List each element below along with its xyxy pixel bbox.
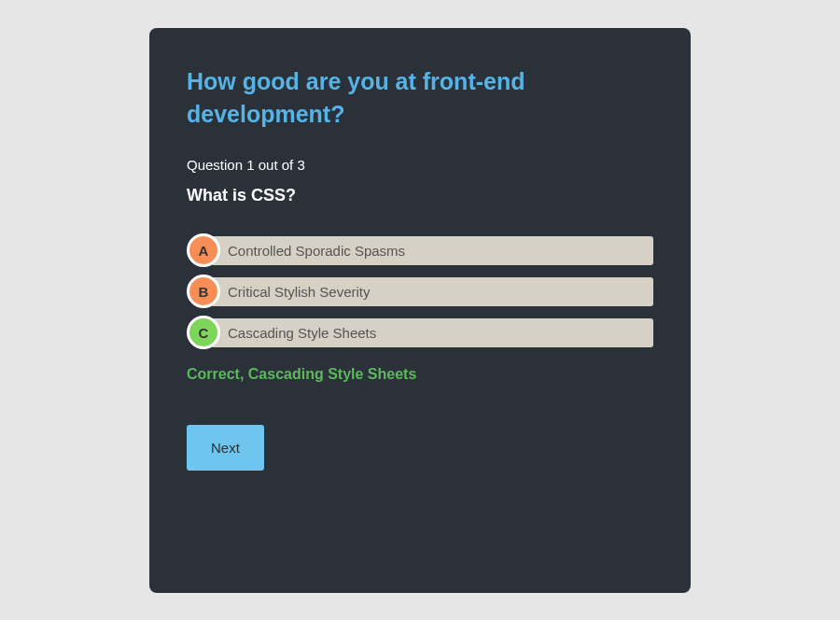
next-button[interactable]: Next — [187, 425, 264, 471]
option-b[interactable]: B Critical Stylish Severity — [187, 275, 653, 308]
question-text: What is CSS? — [187, 186, 653, 205]
option-text: Controlled Sporadic Spasms — [211, 236, 653, 265]
option-a[interactable]: A Controlled Sporadic Spasms — [187, 233, 653, 267]
option-letter: A — [187, 233, 220, 267]
option-text: Critical Stylish Severity — [211, 277, 653, 306]
question-progress: Question 1 out of 3 — [187, 157, 653, 173]
options-list: A Controlled Sporadic Spasms B Critical … — [187, 233, 653, 349]
quiz-title: How good are you at front-end developmen… — [187, 65, 653, 131]
feedback-message: Correct, Cascading Style Sheets — [187, 366, 653, 383]
option-letter: C — [187, 316, 220, 349]
option-c[interactable]: C Cascading Style Sheets — [187, 316, 653, 349]
quiz-card: How good are you at front-end developmen… — [149, 28, 691, 593]
option-letter: B — [187, 275, 220, 308]
option-text: Cascading Style Sheets — [211, 318, 653, 347]
